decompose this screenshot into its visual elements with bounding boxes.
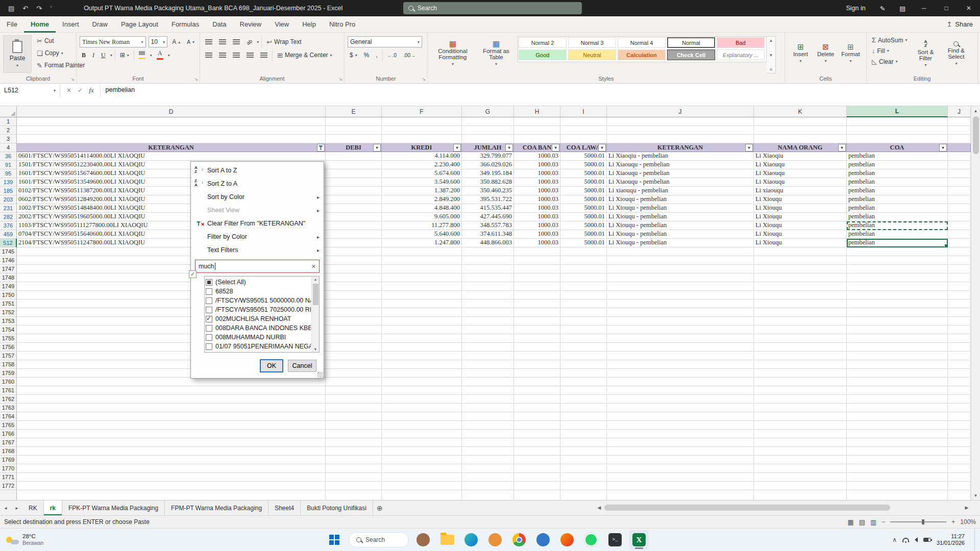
empty-cells[interactable] xyxy=(17,265,971,273)
filter-value[interactable]: 008MUHAMMAD NURBI xyxy=(206,333,311,342)
cell[interactable]: pembelian xyxy=(847,204,948,213)
row-header[interactable]: 1749 xyxy=(0,282,17,291)
cell[interactable]: 1000.03 xyxy=(514,230,560,239)
cell[interactable] xyxy=(326,187,382,195)
align-center-icon[interactable] xyxy=(217,52,228,59)
cell[interactable]: Li Xiouqu - pembelian xyxy=(607,213,754,221)
redo-icon[interactable]: ↷ xyxy=(36,5,42,12)
mascot-app-icon[interactable] xyxy=(413,530,433,549)
cell[interactable] xyxy=(326,178,382,187)
checkbox-checked-icon[interactable] xyxy=(206,316,212,322)
scroll-up-icon[interactable]: ▲ xyxy=(974,106,978,115)
alignment-dialog-launcher[interactable]: ↘ xyxy=(338,77,342,82)
empty-cells[interactable] xyxy=(17,438,971,447)
active-cell[interactable]: pembelian xyxy=(847,239,948,247)
cell[interactable]: pembelian xyxy=(847,169,948,178)
empty-row[interactable]: 1765 xyxy=(0,421,971,430)
tab-insert[interactable]: Insert xyxy=(56,16,86,33)
comma-style-icon[interactable]: , xyxy=(374,51,379,60)
cell[interactable]: 374.611.348 xyxy=(462,230,514,239)
empty-row[interactable]: 3 xyxy=(0,135,971,143)
horizontal-scrollbar[interactable]: ◀ ▶ xyxy=(595,500,971,515)
empty-row[interactable]: 1760 xyxy=(0,378,971,386)
checkbox-icon[interactable] xyxy=(206,307,212,313)
filter-search-input[interactable]: much ✕ xyxy=(195,260,320,273)
tab-page-layout[interactable]: Page Layout xyxy=(114,16,165,33)
row-header[interactable]: 203 xyxy=(0,195,17,204)
gallery-up-icon[interactable]: ▴ xyxy=(770,38,772,43)
cell[interactable]: 2.849.200 xyxy=(382,195,462,204)
underline-button[interactable]: U xyxy=(99,51,108,60)
row-header[interactable]: 2 xyxy=(0,126,17,135)
empty-row[interactable]: 1761 xyxy=(0,386,971,395)
row-header[interactable]: 1763 xyxy=(0,404,17,412)
name-box[interactable]: L512▾ xyxy=(0,84,60,97)
battery-icon[interactable] xyxy=(923,538,931,542)
cell[interactable]: 1000.03 xyxy=(514,152,560,161)
empty-cells[interactable] xyxy=(17,473,971,482)
tab-review[interactable]: Review xyxy=(233,16,268,33)
cell[interactable]: 9.605.000 xyxy=(382,213,462,221)
row-header[interactable]: 1767 xyxy=(0,438,17,447)
row-header[interactable]: 282 xyxy=(0,213,17,221)
empty-row[interactable]: 1751 xyxy=(0,299,971,308)
vertical-scrollbar[interactable]: ▲ ▼ xyxy=(971,106,980,500)
filter-value[interactable]: 68528 xyxy=(206,287,311,296)
empty-cells[interactable] xyxy=(17,343,971,352)
style-normal-4[interactable]: Normal 4 xyxy=(618,37,666,48)
empty-cells[interactable] xyxy=(17,308,971,317)
empty-row[interactable]: 1754 xyxy=(0,325,971,334)
empty-row[interactable]: 1752 xyxy=(0,308,971,317)
clear-button[interactable]: ◺Clear▾ xyxy=(870,57,909,66)
menu-item-sort-az[interactable]: AZ↓Sort A to Z xyxy=(191,164,324,177)
firefox-icon[interactable] xyxy=(557,530,577,549)
empty-row[interactable]: 1748 xyxy=(0,273,971,282)
cell[interactable]: 1000.03 xyxy=(514,239,560,247)
cell[interactable] xyxy=(948,187,971,195)
sheet-tab-sheet4[interactable]: Sheet4 xyxy=(268,500,301,515)
cell[interactable]: pembelian xyxy=(847,195,948,204)
column-header-I[interactable]: I xyxy=(560,106,607,117)
cell[interactable]: pembelian xyxy=(847,213,948,221)
checkbox-indeterminate-icon[interactable] xyxy=(206,279,212,286)
checkbox-icon[interactable] xyxy=(206,325,212,332)
excel-icon[interactable]: X xyxy=(629,530,649,549)
orientation-icon[interactable]: ab xyxy=(243,36,255,47)
column-header-G[interactable]: G xyxy=(462,106,514,117)
empty-row[interactable]: 1750 xyxy=(0,291,971,299)
number-dialog-launcher[interactable]: ↘ xyxy=(422,77,426,82)
row-header[interactable]: 459 xyxy=(0,230,17,239)
cell[interactable]: 5000.01 xyxy=(560,152,607,161)
paste-button[interactable]: Paste▾ xyxy=(3,35,32,73)
tab-draw[interactable]: Draw xyxy=(86,16,114,33)
wifi-icon[interactable] xyxy=(902,538,909,542)
cell[interactable] xyxy=(326,169,382,178)
menu-item-sort-by-color[interactable]: Sort by Color▸ xyxy=(191,190,324,204)
empty-cells[interactable] xyxy=(17,317,971,325)
cell[interactable]: 350.460.235 xyxy=(462,187,514,195)
empty-cells[interactable] xyxy=(17,282,971,291)
empty-cells[interactable] xyxy=(17,369,971,378)
cell[interactable]: Li Xiouqu - pembelian xyxy=(607,239,754,247)
font-color-icon[interactable]: A xyxy=(155,49,165,61)
merge-center-button[interactable]: ⊞Merge & Center▾ xyxy=(275,51,334,60)
select-all-corner[interactable] xyxy=(0,106,17,117)
empty-row[interactable]: 1772 xyxy=(0,482,971,490)
filter-value[interactable]: /FTSCY/WS95051 7025000.00 RIEK xyxy=(206,305,311,314)
new-sheet-button[interactable]: ⊕ xyxy=(373,500,386,515)
zoom-out-icon[interactable]: − xyxy=(881,518,885,525)
row-header[interactable]: 1769 xyxy=(0,456,17,464)
cell[interactable]: 5000.01 xyxy=(560,221,607,230)
clock[interactable]: 11:27 31/01/2026 xyxy=(937,533,969,546)
empty-cells[interactable] xyxy=(17,404,971,412)
font-size-combo[interactable]: 10▾ xyxy=(149,36,168,47)
clear-search-icon[interactable]: ✕ xyxy=(311,263,316,270)
cell[interactable]: 366.029.026 xyxy=(462,161,514,169)
page-layout-view-icon[interactable]: ▤ xyxy=(859,518,865,526)
row-header[interactable]: 1768 xyxy=(0,447,17,456)
cell[interactable]: 1.247.800 xyxy=(382,239,462,247)
row-header[interactable]: 1762 xyxy=(0,395,17,404)
zoom-thumb[interactable] xyxy=(922,519,924,524)
cell[interactable]: Li Xiouqu - pembelian xyxy=(607,230,754,239)
formula-input[interactable]: pembelian xyxy=(100,84,980,97)
